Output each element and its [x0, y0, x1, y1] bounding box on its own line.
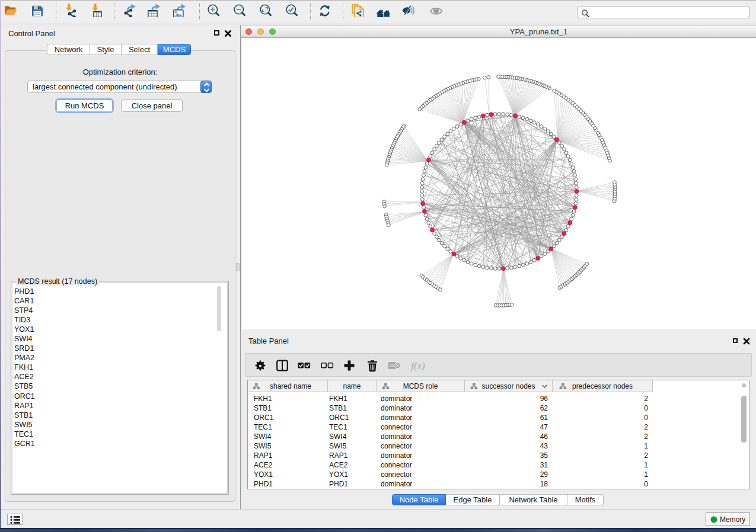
svg-text:f(x): f(x) — [411, 360, 425, 371]
